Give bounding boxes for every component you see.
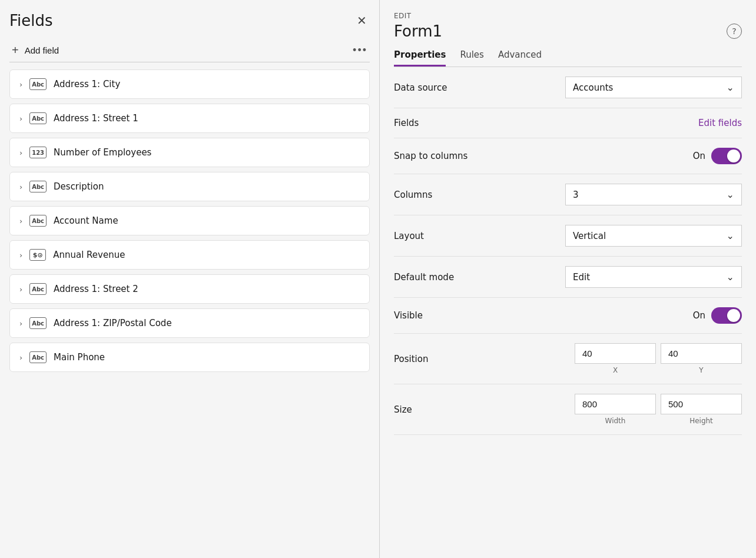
field-list: › Abc Address 1: City › Abc Address 1: S… <box>9 69 370 372</box>
visible-toggle[interactable] <box>711 307 742 324</box>
default-mode-dropdown[interactable]: Edit ⌄ <box>565 266 742 288</box>
field-name: Account Name <box>54 215 118 226</box>
field-name: Number of Employees <box>54 147 151 158</box>
chevron-icon: › <box>19 217 22 225</box>
plus-icon: + <box>12 44 19 57</box>
field-item[interactable]: › $⊙ Annual Revenue <box>9 240 370 270</box>
size-inputs <box>575 394 742 414</box>
fields-panel: Fields ✕ + Add field ••• › Abc Address 1… <box>0 0 380 558</box>
field-type-badge: 123 <box>29 147 47 158</box>
fields-title: Fields <box>9 12 53 29</box>
data-source-row: Data source Accounts ⌄ <box>394 67 742 108</box>
position-y-input[interactable] <box>661 343 742 364</box>
layout-label: Layout <box>394 231 424 241</box>
x-label: X <box>575 366 656 374</box>
snap-to-columns-row: Snap to columns On <box>394 138 742 174</box>
chevron-icon: › <box>19 285 22 294</box>
default-mode-label: Default mode <box>394 272 454 283</box>
position-label: Position <box>394 354 428 364</box>
field-item[interactable]: › Abc Address 1: Street 1 <box>9 104 370 133</box>
tab-rules-label: Rules <box>460 49 483 60</box>
form-title: Form1 <box>394 22 442 40</box>
field-name: Description <box>54 181 104 192</box>
add-field-row: + Add field ••• <box>9 39 370 62</box>
field-type-badge: Abc <box>29 283 47 295</box>
more-icon: ••• <box>353 44 367 56</box>
field-type-badge: Abc <box>29 78 47 90</box>
edit-fields-link[interactable]: Edit fields <box>698 118 742 128</box>
size-labels: Width Height <box>575 417 742 425</box>
columns-row: Columns 3 ⌄ <box>394 174 742 215</box>
field-type-badge: $⊙ <box>29 249 46 261</box>
chevron-icon: › <box>19 148 22 157</box>
chevron-down-icon: ⌄ <box>727 271 734 283</box>
columns-dropdown[interactable]: 3 ⌄ <box>565 184 742 205</box>
snap-toggle-container: On <box>693 148 742 164</box>
tab-advanced[interactable]: Advanced <box>498 49 542 67</box>
width-label: Width <box>575 417 656 425</box>
visible-label: Visible <box>394 310 423 321</box>
tab-properties-label: Properties <box>394 49 446 60</box>
position-inputs <box>575 343 742 364</box>
edit-label: EDIT <box>394 12 742 20</box>
visible-toggle-container: On <box>693 307 742 324</box>
visible-row: Visible On <box>394 298 742 334</box>
size-height-input[interactable] <box>661 394 742 414</box>
layout-row: Layout Vertical ⌄ <box>394 215 742 257</box>
field-item[interactable]: › Abc Address 1: City <box>9 69 370 99</box>
data-source-dropdown[interactable]: Accounts ⌄ <box>565 77 742 98</box>
field-item[interactable]: › 123 Number of Employees <box>9 138 370 167</box>
help-button[interactable]: ? <box>727 24 742 39</box>
field-item[interactable]: › Abc Address 1: ZIP/Postal Code <box>9 308 370 338</box>
fields-header: Fields ✕ <box>9 12 370 29</box>
snap-toggle[interactable] <box>711 148 742 164</box>
default-mode-row: Default mode Edit ⌄ <box>394 257 742 298</box>
more-options-button[interactable]: ••• <box>353 44 367 57</box>
field-item[interactable]: › Abc Main Phone <box>9 343 370 372</box>
field-item[interactable]: › Abc Account Name <box>9 206 370 235</box>
position-labels: X Y <box>575 366 742 374</box>
field-name: Main Phone <box>54 352 105 363</box>
close-button[interactable]: ✕ <box>353 12 370 29</box>
snap-to-columns-label: Snap to columns <box>394 151 467 161</box>
field-type-badge: Abc <box>29 317 47 329</box>
chevron-icon: › <box>19 353 22 362</box>
columns-label: Columns <box>394 190 432 200</box>
y-label: Y <box>661 366 742 374</box>
field-type-badge: Abc <box>29 351 47 363</box>
field-name: Annual Revenue <box>53 250 125 260</box>
close-icon: ✕ <box>357 14 367 28</box>
position-x-input[interactable] <box>575 343 656 364</box>
size-row: Size Width Height <box>394 384 742 435</box>
help-icon: ? <box>732 26 736 36</box>
default-mode-value: Edit <box>573 272 590 283</box>
position-row: Position X Y <box>394 334 742 384</box>
chevron-down-icon: ⌄ <box>727 82 734 93</box>
columns-value: 3 <box>573 190 579 200</box>
field-item[interactable]: › Abc Description <box>9 172 370 201</box>
size-width-input[interactable] <box>575 394 656 414</box>
tabs-row: Properties Rules Advanced <box>394 49 742 67</box>
size-label: Size <box>394 404 412 415</box>
layout-value: Vertical <box>573 231 606 241</box>
chevron-icon: › <box>19 251 22 260</box>
snap-toggle-label: On <box>693 151 705 161</box>
layout-dropdown[interactable]: Vertical ⌄ <box>565 225 742 247</box>
chevron-down-icon: ⌄ <box>727 189 734 200</box>
field-name: Address 1: City <box>54 79 120 89</box>
add-field-button[interactable]: + Add field <box>12 44 59 57</box>
right-panel: EDIT Form1 ? Properties Rules Advanced D… <box>380 0 756 558</box>
field-type-badge: Abc <box>29 215 47 227</box>
field-item[interactable]: › Abc Address 1: Street 2 <box>9 274 370 304</box>
field-type-badge: Abc <box>29 112 47 124</box>
data-source-label: Data source <box>394 82 447 93</box>
chevron-icon: › <box>19 182 22 191</box>
tab-rules[interactable]: Rules <box>460 49 483 67</box>
height-label: Height <box>661 417 742 425</box>
tab-properties[interactable]: Properties <box>394 49 446 67</box>
chevron-down-icon: ⌄ <box>727 230 734 241</box>
add-field-label: Add field <box>25 45 59 55</box>
fields-label: Fields <box>394 118 419 128</box>
chevron-icon: › <box>19 319 22 328</box>
properties-section: Data source Accounts ⌄ Fields Edit field… <box>394 67 742 435</box>
